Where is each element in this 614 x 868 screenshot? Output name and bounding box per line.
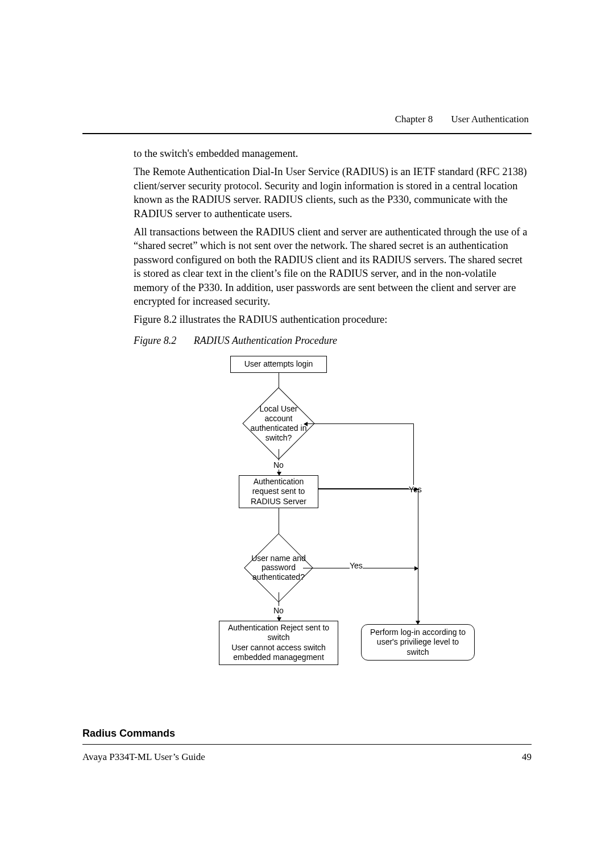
flow-accept-label: Perform log-in according to user's privi… [365,628,471,658]
page-number: 49 [522,751,532,763]
flow-terminal-reject: Authentication Reject sent to switch Use… [219,621,338,665]
flowchart: User attempts login Local User account a… [185,356,503,708]
section-heading-radius-commands: Radius Commands [82,728,532,740]
paragraph: Figure 8.2 illustrates the RADIUS authen… [134,313,532,326]
flow-process-label: Authentication request sent to RADIUS Se… [243,477,314,507]
figure-title: RADIUS Authentication Procedure [194,335,337,346]
flow-decision-label: Local User account authenticated in swit… [248,404,309,442]
arrowhead-icon [416,621,420,625]
line [304,423,413,424]
paragraph: All transactions between the RADIUS clie… [134,225,532,308]
paragraph: to the switch's embedded management. [134,147,532,160]
flow-reject-label: Authentication Reject sent to switch Use… [223,623,334,663]
chapter-number: Chapter 8 [395,114,433,124]
flow-process-radius-request: Authentication request sent to RADIUS Se… [239,475,318,508]
flow-no-label: No [273,606,284,615]
line [413,423,414,488]
flow-yes-label: Yes [350,561,363,570]
flow-start-label: User attempts login [244,359,313,369]
body-text: to the switch's embedded management. The… [134,147,532,327]
figure-caption: Figure 8.2 RADIUS Authentication Procedu… [134,335,532,347]
flow-decision-credentials: User name and password authenticated? [254,543,303,592]
line [318,489,418,489]
header-rule [82,133,532,134]
footer-guide-title: Avaya P334T-ML User’s Guide [82,751,205,763]
paragraph: The Remote Authentication Dial-In User S… [134,165,532,221]
chapter-title: User Authentication [451,114,529,124]
figure-number: Figure 8.2 [134,335,176,346]
footer-rule [82,744,532,745]
flow-start: User attempts login [230,356,327,373]
flow-decision-label: User name and password authenticated? [250,554,307,582]
flow-terminal-accept: Perform log-in according to user's privi… [361,624,475,661]
running-header: Chapter 8 User Authentication [82,114,532,125]
flow-decision-local-auth: Local User account authenticated in swit… [253,398,304,449]
flow-no-label: No [273,460,284,470]
page-footer: Avaya P334T-ML User’s Guide 49 [82,744,532,763]
